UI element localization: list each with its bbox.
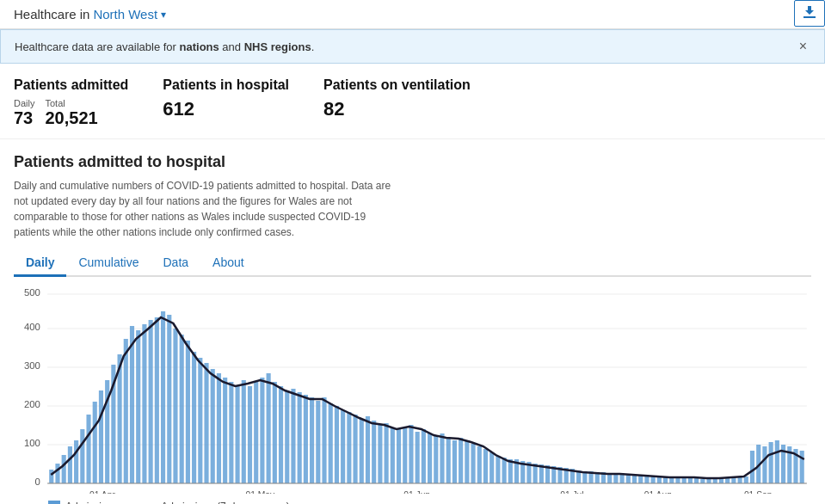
svg-rect-132 [750,451,754,483]
svg-text:01 Aug: 01 Aug [644,490,672,494]
svg-rect-37 [192,352,196,483]
svg-rect-22 [99,390,103,483]
chart-section: Patients admitted to hospital Daily and … [0,139,825,504]
svg-text:100: 100 [24,438,40,448]
chart-svg: 0 100 200 300 400 500 .bar{fill:#5b9bd5;… [14,287,811,494]
download-button[interactable] [794,0,825,27]
svg-rect-70 [385,423,389,483]
svg-rect-88 [489,452,494,483]
svg-rect-31 [155,317,159,483]
svg-rect-50 [267,373,271,483]
svg-rect-28 [136,330,140,483]
svg-rect-58 [316,401,320,483]
legend-average: Admissions (7-day average) [135,501,289,504]
svg-rect-66 [366,416,370,483]
stat-admitted-title: Patients admitted [14,77,128,93]
admissions-bar-icon [48,501,60,504]
svg-rect-75 [416,432,420,483]
svg-rect-13 [49,470,53,483]
svg-rect-114 [644,476,649,483]
svg-rect-15 [62,455,66,483]
svg-rect-0 [803,16,816,18]
svg-rect-33 [167,315,171,483]
svg-rect-112 [638,476,643,483]
svg-rect-35 [180,335,184,483]
svg-rect-89 [496,456,500,483]
notification-close-button[interactable]: × [796,39,810,54]
svg-rect-69 [378,425,382,483]
svg-rect-128 [731,478,736,483]
tab-daily[interactable]: Daily [14,250,66,277]
svg-rect-40 [211,369,215,483]
stat-ventilation-value: 82 [323,98,471,120]
chart-container: 0 100 200 300 400 500 .bar{fill:#5b9bd5;… [14,287,811,494]
svg-rect-17 [74,440,78,483]
svg-rect-64 [353,415,357,483]
svg-rect-26 [124,339,128,483]
svg-rect-85 [477,446,482,483]
svg-rect-41 [217,373,221,483]
svg-text:0: 0 [35,476,40,487]
header-region: North West [93,7,157,22]
svg-rect-127 [725,478,730,483]
svg-rect-55 [298,392,302,483]
svg-rect-130 [744,476,748,483]
svg-rect-73 [403,427,407,483]
svg-rect-134 [762,446,767,483]
chart-description: Daily and cumulative numbers of COVID-19… [14,178,392,240]
svg-rect-129 [738,477,742,483]
svg-rect-123 [700,479,705,483]
svg-rect-116 [657,477,662,483]
svg-rect-76 [422,429,426,483]
tab-cumulative[interactable]: Cumulative [66,250,151,277]
svg-rect-47 [254,382,258,483]
dropdown-arrow-icon[interactable]: ▾ [161,9,166,21]
svg-rect-38 [198,358,202,483]
svg-rect-136 [775,440,779,483]
svg-rect-84 [471,444,475,483]
svg-rect-14 [55,464,59,483]
svg-rect-140 [800,451,804,483]
svg-rect-72 [397,429,401,483]
svg-rect-65 [360,419,364,483]
svg-rect-81 [453,440,457,483]
stat-hospital-title: Patients in hospital [163,77,289,93]
stat-admitted-total-value: 20,521 [45,108,97,128]
svg-rect-45 [242,380,246,483]
header-prefix: Healthcare in [14,7,89,22]
svg-rect-83 [465,440,469,483]
svg-rect-118 [669,478,674,483]
svg-rect-119 [675,478,680,483]
svg-rect-54 [291,389,295,483]
svg-rect-80 [446,438,451,483]
svg-rect-62 [341,410,345,483]
svg-rect-20 [93,402,97,483]
svg-rect-78 [434,436,438,483]
legend-admissions: Admissions [48,501,118,504]
svg-rect-67 [372,421,376,483]
tab-data[interactable]: Data [151,250,201,277]
svg-rect-122 [694,478,699,483]
svg-rect-16 [68,446,72,483]
svg-rect-61 [335,406,339,483]
svg-rect-29 [142,324,146,483]
svg-rect-91 [508,459,513,483]
svg-rect-63 [347,412,351,483]
svg-rect-90 [502,458,507,483]
svg-rect-18 [80,429,84,483]
tab-about[interactable]: About [200,250,256,277]
svg-rect-74 [409,425,413,483]
svg-rect-19 [86,415,90,483]
svg-rect-115 [651,476,656,483]
svg-rect-135 [769,442,773,483]
stat-hospital-value: 612 [163,98,289,120]
stat-ventilation-title: Patients on ventilation [323,77,471,93]
svg-rect-71 [391,427,395,483]
tabs-bar: Daily Cumulative Data About [14,250,811,277]
svg-rect-86 [483,449,488,483]
svg-rect-59 [322,397,326,483]
svg-rect-32 [161,311,165,483]
svg-text:400: 400 [24,322,40,332]
header-bar: Healthcare in North West ▾ [0,0,825,29]
chart-legend: Admissions Admissions (7-day average) [14,501,811,504]
